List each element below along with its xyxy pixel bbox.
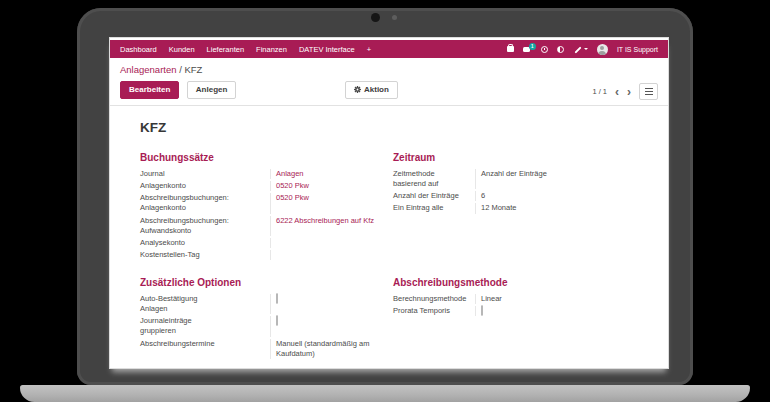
- field-analysekonto-value[interactable]: [270, 238, 393, 248]
- field-auto-bestaetigung: Auto-Bestätigung Anlagen: [140, 294, 393, 314]
- field-abschreibung-aufwandskonto: Abschreibungsbuchungen: Aufwandskonto 62…: [140, 216, 393, 236]
- field-berechnungsmethode-value: Linear: [475, 294, 654, 304]
- navbar-systray: 1 IT IS Support: [507, 44, 658, 55]
- section-title: Zusätzliche Optionen: [140, 277, 393, 288]
- section-title: Abschreibungsmethode: [393, 277, 654, 288]
- bag-icon[interactable]: [507, 46, 514, 52]
- field-eintrag-alle: Ein Eintrag alle 12 Monate: [393, 203, 654, 213]
- prorata-temporis-checkbox[interactable]: [481, 305, 483, 316]
- field-anlagenkonto: Anlagenkonto 0520 Pkw: [140, 181, 393, 191]
- breadcrumb-parent[interactable]: Anlagenarten: [120, 64, 177, 75]
- field-berechnungsmethode: Berechnungsmethode Linear: [393, 294, 654, 304]
- action-button-label: Aktion: [364, 85, 389, 94]
- create-button[interactable]: Anlegen: [187, 81, 237, 99]
- field-kostenstellen-tag-value[interactable]: [270, 250, 393, 260]
- form-sheet: KFZ Buchungssätze Journal Anlagen Anlage…: [110, 106, 668, 361]
- control-bar: Anlagenarten / KFZ Bearbeiten Anlegen Ak…: [110, 58, 668, 106]
- field-anzahl-eintraege-value: 6: [475, 191, 654, 201]
- action-button[interactable]: Aktion: [345, 81, 398, 99]
- field-anlagenkonto-value[interactable]: 0520 Pkw: [270, 181, 393, 191]
- field-kostenstellen-tag: Kostenstellen-Tag: [140, 250, 393, 260]
- nav-item-add[interactable]: +: [367, 45, 371, 54]
- gear-icon: [354, 86, 361, 93]
- field-abschreibungstermine: Abschreibungstermine Manuell (standardmä…: [140, 339, 393, 359]
- field-abschreibung-anlagenkonto-value[interactable]: 0520 Pkw: [270, 193, 393, 213]
- form-grid: Buchungssätze Journal Anlagen Anlagenkon…: [140, 152, 654, 361]
- webcam-icon: [371, 13, 380, 22]
- field-prorata-temporis: Prorata Temporis: [393, 306, 654, 316]
- user-avatar[interactable]: [597, 44, 608, 55]
- field-journaleintraege-gruppieren: Journaleinträge gruppieren: [140, 316, 393, 336]
- chevron-right-icon[interactable]: ›: [627, 85, 631, 99]
- pencil-icon: [573, 45, 582, 54]
- nav-item-dashboard[interactable]: Dashboard: [120, 45, 157, 54]
- breadcrumb-separator: /: [179, 64, 182, 75]
- nav-item-datev-interface[interactable]: DATEV Interface: [299, 45, 355, 54]
- nav-item-lieferanten[interactable]: Lieferanten: [207, 45, 245, 54]
- edit-button[interactable]: Bearbeiten: [120, 81, 179, 99]
- main-menu: Dashboard Kunden Lieferanten Finanzen DA…: [120, 45, 371, 54]
- field-zeitmethode: Zeitmethode basierend auf Anzahl der Ein…: [393, 169, 654, 189]
- caret-down-icon: [584, 48, 588, 52]
- section-title: Buchungssätze: [140, 152, 393, 163]
- laptop-base: [20, 385, 750, 402]
- user-name[interactable]: IT IS Support: [617, 46, 658, 53]
- field-abschreibung-aufwandskonto-value[interactable]: 6222 Abschreibungen auf Kfz: [270, 216, 393, 236]
- browser-screen: Dashboard Kunden Lieferanten Finanzen DA…: [110, 38, 668, 368]
- field-abschreibung-anlagenkonto: Abschreibungsbuchungen: Anlagenkonto 052…: [140, 193, 393, 213]
- breadcrumb-current: KFZ: [184, 64, 202, 75]
- top-navbar: Dashboard Kunden Lieferanten Finanzen DA…: [110, 40, 668, 58]
- field-abschreibungstermine-value: Manuell (standardmäßig am Kaufdatum): [270, 339, 393, 359]
- breadcrumb: Anlagenarten / KFZ: [120, 64, 658, 75]
- nav-item-kunden[interactable]: Kunden: [169, 45, 195, 54]
- field-analysekonto: Analysekonto: [140, 238, 393, 248]
- nav-item-finanzen[interactable]: Finanzen: [256, 45, 287, 54]
- debug-menu[interactable]: [573, 45, 588, 54]
- chevron-left-icon[interactable]: ‹: [615, 85, 619, 99]
- message-count-badge: 1: [529, 43, 536, 50]
- pager: 1 / 1 ‹ ›: [592, 83, 658, 100]
- clock-icon[interactable]: [541, 46, 548, 53]
- section-methode: Abschreibungsmethode Berechnungsmethode …: [393, 277, 654, 361]
- section-title: Zeitraum: [393, 152, 654, 163]
- page-title: KFZ: [140, 120, 654, 135]
- field-eintrag-alle-value: 12 Monate: [475, 203, 654, 213]
- button-row: Bearbeiten Anlegen Aktion 1 / 1 ‹ ›: [110, 81, 668, 106]
- field-zeitmethode-value: Anzahl der Einträge: [475, 169, 654, 189]
- section-optionen: Zusätzliche Optionen Auto-Bestätigung An…: [140, 277, 393, 361]
- auto-bestaetigung-checkbox[interactable]: [276, 293, 278, 304]
- section-buchungssaetze: Buchungssätze Journal Anlagen Anlagenkon…: [140, 152, 393, 262]
- pager-count: 1 / 1: [592, 87, 607, 96]
- hamburger-icon[interactable]: [639, 83, 658, 100]
- section-zeitraum: Zeitraum Zeitmethode basierend auf Anzah…: [393, 152, 654, 262]
- messages-icon[interactable]: 1: [523, 46, 532, 53]
- journaleintraege-gruppieren-checkbox[interactable]: [276, 315, 278, 326]
- contrast-icon[interactable]: [557, 46, 564, 53]
- field-journal-value[interactable]: Anlagen: [270, 169, 393, 179]
- webcam-led-icon: [392, 15, 397, 20]
- field-journal: Journal Anlagen: [140, 169, 393, 179]
- field-anzahl-eintraege: Anzahl der Einträge 6: [393, 191, 654, 201]
